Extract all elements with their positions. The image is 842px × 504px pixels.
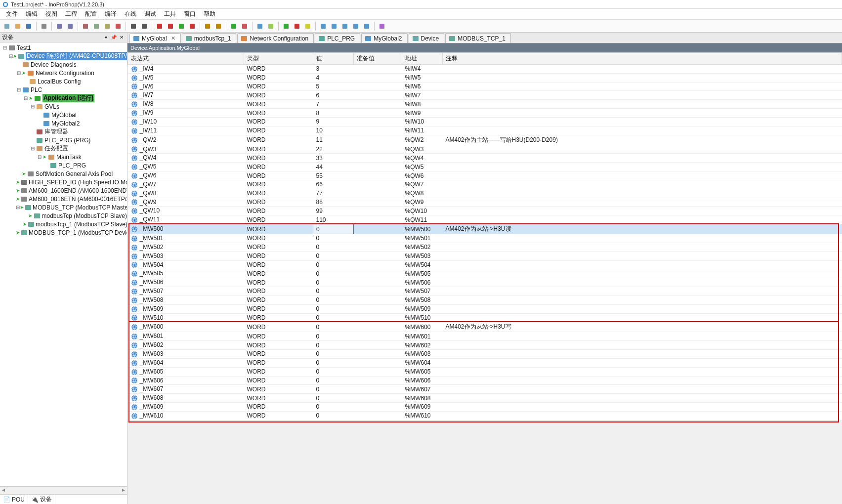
cell-value[interactable]: 3 [313,65,354,74]
table-row[interactable]: _QW5WORD44%QW5 [128,163,842,171]
cell-expr[interactable]: _MW606 [128,376,244,385]
cell-value[interactable]: 10 [313,126,354,135]
col-header-addr[interactable]: 地址 [402,53,443,65]
cell-prep[interactable] [354,322,402,332]
cell-value[interactable]: 0 [313,341,354,350]
cell-expr[interactable]: _MW504 [128,260,244,269]
tab-device[interactable]: 🔌 设备 [28,495,55,504]
toolbar-redo-icon[interactable] [65,21,75,31]
toolbar-step-out-icon[interactable] [340,21,350,31]
cell-expr[interactable]: _QW7 [128,180,244,189]
cell-expr[interactable]: _MW605 [128,367,244,376]
toolbar-paste-icon[interactable] [102,21,112,31]
tree-item-16[interactable]: ➤HIGH_SPEED_IO (High Speed IO Module) [0,178,127,186]
cell-value[interactable]: 88 [313,198,354,207]
cell-expr[interactable]: _MW604 [128,358,244,367]
table-row[interactable]: _MW510WORD0%MW510 [128,313,842,322]
toolbar-new-icon[interactable] [2,21,12,31]
cell-value[interactable]: 22 [313,145,354,154]
cell-expr[interactable]: _QW6 [128,171,244,180]
menu-1[interactable]: 编辑 [22,9,42,19]
cell-expr[interactable]: _MW607 [128,385,244,394]
toolbar-login-icon[interactable] [229,21,239,31]
table-row[interactable]: _QW7WORD66%QW7 [128,180,842,189]
cell-expr[interactable]: _MW505 [128,269,244,278]
table-row[interactable]: _MW505WORD0%MW505 [128,269,842,278]
table-row[interactable]: _IW5WORD4%IW5 [128,73,842,82]
tree-toggle-icon[interactable]: ⊟ [16,205,20,210]
table-row[interactable]: _QW2WORD11%QW2AM402作为主站——写给H3U(D200-D209… [128,135,842,145]
menu-5[interactable]: 编译 [101,9,121,19]
cell-expr[interactable]: _MW506 [128,278,244,287]
cell-expr[interactable]: _IW8 [128,100,244,109]
cell-expr[interactable]: _QW8 [128,189,244,198]
cell-value[interactable]: 9 [313,117,354,126]
cell-prep[interactable] [354,65,402,74]
tab-pou[interactable]: 📄 POU [0,495,28,504]
tree-item-6[interactable]: ⊟➤Application [运行] [0,94,127,102]
tree-item-9[interactable]: MyGlobal2 [0,119,127,127]
table-row[interactable]: _IW8WORD7%IW8 [128,100,842,109]
col-header-val[interactable]: 值 [313,53,354,65]
cell-expr[interactable]: _MW508 [128,295,244,304]
toolbar-build-menu-icon[interactable] [213,21,223,31]
tree-toggle-icon[interactable]: ⊟ [16,87,22,92]
cell-prep[interactable] [354,126,402,135]
toolbar-step-over-icon[interactable] [318,21,328,31]
table-row[interactable]: _MW508WORD0%MW508 [128,295,842,304]
tree-toggle-icon[interactable]: ⊟ [16,70,22,76]
cell-expr[interactable]: _IW4 [128,65,244,74]
tree-toggle-icon[interactable]: ⊟ [37,154,42,160]
cell-expr[interactable]: _MW502 [128,243,244,252]
cell-value[interactable]: 6 [313,91,354,100]
cell-expr[interactable]: _QW11 [128,215,244,224]
cell-expr[interactable]: _MW507 [128,287,244,296]
menu-9[interactable]: 窗口 [180,9,200,19]
panel-pin-icon[interactable]: 📌 [110,34,117,41]
cell-prep[interactable] [354,171,402,180]
cell-value[interactable]: 7 [313,100,354,109]
cell-value[interactable]: 0 [313,367,354,376]
table-row[interactable]: _MW603WORD0%MW603 [128,350,842,359]
toolbar-step-return-icon[interactable] [351,21,361,31]
editor-tab-5[interactable]: Device [409,33,445,43]
cell-value[interactable]: 8 [313,109,354,118]
tree-item-20[interactable]: ➤modbusTcp (ModbusTCP Slave) [0,211,127,220]
toolbar-print-icon[interactable] [39,21,49,31]
toolbar-copy-icon[interactable] [91,21,101,31]
tree-item-18[interactable]: ➤AM600_0016ETN (AM600-0016ETP/AM600-0 [0,195,127,203]
cell-prep[interactable] [354,145,402,154]
cell-expr[interactable]: _MW608 [128,394,244,403]
cell-value[interactable]: 55 [313,171,354,180]
tree-item-3[interactable]: ⊟➤Network Configuration [0,69,127,77]
cell-prep[interactable] [354,154,402,163]
tree-item-21[interactable]: ➤modbusTcp_1 (ModbusTCP Slave) [0,220,127,228]
tree-item-10[interactable]: 库管理器 [0,127,127,136]
cell-prep[interactable] [354,100,402,109]
toolbar-bp-clear-icon[interactable] [176,21,186,31]
toolbar-force-icon[interactable] [377,21,387,31]
tree-item-5[interactable]: ⊟PLC [0,85,127,94]
cell-expr[interactable]: _MW603 [128,350,244,359]
tree-toggle-icon[interactable]: ⊟ [2,45,8,50]
table-row[interactable]: _MW506WORD0%MW506 [128,278,842,287]
tree-item-14[interactable]: PLC_PRG [0,161,127,169]
menu-6[interactable]: 在线 [121,9,140,19]
cell-value[interactable]: 0 [313,358,354,367]
tree-item-19[interactable]: ⊟➤MODBUS_TCP (ModbusTCP Master) [0,203,127,211]
table-row[interactable]: _IW7WORD6%IW7 [128,91,842,100]
table-row[interactable]: _MW608WORD0%MW608 [128,394,842,403]
cell-prep[interactable] [354,341,402,350]
cell-prep[interactable] [354,243,402,252]
cell-value[interactable]: 0 [313,269,354,278]
cell-prep[interactable] [354,304,402,313]
cell-prep[interactable] [354,109,402,118]
cell-value[interactable]: 0 [313,332,354,341]
cell-expr[interactable]: _MW500 [128,224,244,234]
tree-item-4[interactable]: LocalBus Config [0,77,127,85]
tree-item-11[interactable]: PLC_PRG (PRG) [0,136,127,144]
panel-close-icon[interactable]: ✕ [118,34,125,41]
toolbar-stop-icon[interactable] [292,21,302,31]
table-row[interactable]: _QW10WORD99%QW10 [128,207,842,215]
cell-prep[interactable] [354,207,402,215]
